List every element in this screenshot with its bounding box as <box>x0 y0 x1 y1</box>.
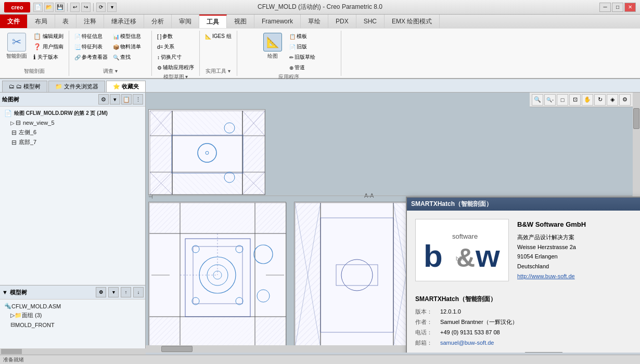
sidebar-tool-settings[interactable]: ⚙ <box>98 94 109 105</box>
user-guide-label: 用户指南 <box>43 43 63 50</box>
settings-button[interactable]: ⚙ <box>619 94 631 106</box>
model-tree-bottom-label: 模型树 <box>10 289 27 296</box>
template-button[interactable]: 📋模板 <box>287 32 317 41</box>
tab-table[interactable]: 表 <box>55 15 76 28</box>
model-info-button[interactable]: 📊模型信息 <box>111 32 148 41</box>
smart-section-button[interactable]: ✂ 智能剖面 <box>3 32 30 61</box>
about-version-button[interactable]: ℹ 关于版本 <box>31 53 66 62</box>
sidebar-bottom: ▼ 模型树 ⚙ ▾ ↑ ↓ 🔩 CFLW_MOLD.ASM ▷ 📁 面组 (3) <box>0 285 146 353</box>
tab-analysis[interactable]: 分析 <box>144 15 172 28</box>
sidebar-bottom-header: ▼ 模型树 ⚙ ▾ ↑ ↓ <box>0 285 146 300</box>
tree-cflw-asm[interactable]: 🔩 CFLW_MOLD.ASM <box>2 302 144 310</box>
sidebar-scrollbar[interactable] <box>0 348 146 353</box>
titlebar: creo 📄 📂 💾 ↩ ↪ ⟳ ▾ CFLW_MOLD (活动的) - Cre… <box>0 0 640 15</box>
params-button[interactable]: [ ]参数 <box>155 32 175 41</box>
bottom-tool-expand[interactable]: ▾ <box>108 287 119 297</box>
zoom-fit-all-button[interactable]: ⊡ <box>569 94 581 106</box>
nav-tab-folder-browser[interactable]: 📁 文件夹浏览器 <box>48 81 105 92</box>
tree-item-new-view[interactable]: ▷ ⊟ new_view_5 <box>2 118 143 127</box>
tab-view[interactable]: 视图 <box>227 15 254 28</box>
main-area: 绘图树 ⚙ ▾ 📋 ⋮ 📄 绘图 CFLW_MOLD.DRW 的第 2 页 (J… <box>0 93 640 353</box>
maximize-button[interactable]: □ <box>612 3 623 12</box>
legacy-sketch-button[interactable]: ✏旧版草绘 <box>287 53 317 62</box>
star-icon: ⭐ <box>113 83 120 89</box>
zoom-in-button[interactable]: 🔍 <box>532 94 543 106</box>
bom-button[interactable]: 📦物料清单 <box>111 42 148 51</box>
redo-button[interactable]: ↪ <box>81 3 91 12</box>
tree-mold-front[interactable]: ⊟ MOLD_FRONT <box>2 320 144 329</box>
edit-rules-label: 编辑规则 <box>43 33 63 40</box>
email-row: 邮箱： samuel@buw-soft.de <box>415 338 640 348</box>
group-smart-section-label: 智能剖面 <box>24 68 45 75</box>
pan-button[interactable]: ✋ <box>582 94 593 106</box>
view-icon-1: ⊟ <box>11 129 17 136</box>
nav-tab-favorites[interactable]: ⭐ 收藏夹 <box>106 81 146 92</box>
tree-cflw-label: CFLW_MOLD.ASM <box>11 303 61 309</box>
website: http://www.buw-soft.de <box>517 271 640 281</box>
open-button[interactable]: 📂 <box>44 3 54 12</box>
zoom-out-button[interactable]: 🔍- <box>544 94 556 106</box>
sidebar-tool-copy[interactable]: 📋 <box>121 94 132 105</box>
switch-dims-button[interactable]: ↕切换尺寸 <box>155 53 184 62</box>
tab-review[interactable]: 审阅 <box>172 15 199 28</box>
bottom-tool-scroll-down[interactable]: ↓ <box>133 287 144 297</box>
about-bottom-info: SMARTXHatch（智能剖面） 版本： 12.0.1.0 作者： Samue… <box>407 290 640 353</box>
email-value: samuel@buw-soft.de <box>440 338 494 348</box>
regen-button[interactable]: ⟳ <box>96 3 106 12</box>
confirm-button[interactable]: 确定 <box>524 352 563 353</box>
svg-rect-10 <box>172 173 242 194</box>
tab-heritage[interactable]: 继承迁移 <box>104 15 144 28</box>
user-guide-button[interactable]: ❓ 用户指南 <box>31 42 66 51</box>
tab-emx[interactable]: EMX 绘图模式 <box>385 15 440 28</box>
ref-viewer-button[interactable]: 🔗参考查看器 <box>72 53 110 62</box>
tab-pdx[interactable]: PDX <box>328 15 356 28</box>
tab-file[interactable]: 文件 <box>0 15 28 28</box>
close-button[interactable]: ✕ <box>624 3 636 12</box>
about-info: B&W Software GmbH 高效产品设计解决方案 Weisse Herz… <box>517 219 640 281</box>
sidebar-tool-expand[interactable]: ▾ <box>110 94 120 105</box>
tree-item-bottom-7[interactable]: ⊟ 底部_7 <box>2 137 143 147</box>
sidebar-toolbar: 绘图树 ⚙ ▾ 📋 ⋮ <box>0 93 145 107</box>
tree-item-left-6[interactable]: ⊟ 左侧_6 <box>2 127 143 137</box>
new-button[interactable]: 📄 <box>33 3 43 12</box>
edit-rules-button[interactable]: 📋 编辑规则 <box>31 32 66 41</box>
display-style-button[interactable]: ◈ <box>607 94 618 106</box>
window-title: CFLW_MOLD (活动的) - Creo Parametric 8.0 <box>258 3 382 11</box>
version-row: 版本： 12.0.1.0 <box>415 307 640 317</box>
sidebar: 绘图树 ⚙ ▾ 📋 ⋮ 📄 绘图 CFLW_MOLD.DRW 的第 2 页 (J… <box>0 93 146 353</box>
drawing-button[interactable]: 📐 绘图 <box>260 32 285 61</box>
bottom-tool-settings[interactable]: ⚙ <box>96 287 106 297</box>
undo-button[interactable]: ↩ <box>70 3 80 12</box>
tree-face-group[interactable]: ▷ 📁 面组 (3) <box>2 310 144 320</box>
tab-framework[interactable]: Framework <box>254 15 301 28</box>
iges-group-button[interactable]: 📐IGES 组 <box>203 32 234 41</box>
phone-value: +49 (0) 9131 533 87 08 <box>440 328 500 338</box>
asm-icon: 🔩 <box>4 303 11 309</box>
legacy-button[interactable]: 📄旧版 <box>287 42 317 51</box>
group-applications-label: 应用程序 <box>278 73 299 81</box>
rotate-button[interactable]: ↻ <box>594 94 606 106</box>
tab-shc[interactable]: SHC <box>356 15 385 28</box>
feature-list-button[interactable]: 📃特征列表 <box>72 42 110 51</box>
tab-sketch[interactable]: 草绘 <box>301 15 328 28</box>
save-button[interactable]: 💾 <box>55 3 65 12</box>
tree-left-label: 左侧_6 <box>19 128 36 136</box>
sidebar-tool-more[interactable]: ⋮ <box>133 94 143 105</box>
tree-item-drawing[interactable]: 📄 绘图 CFLW_MOLD.DRW 的第 2 页 (JM) <box>2 109 143 118</box>
tab-layout[interactable]: 布局 <box>28 15 55 28</box>
feature-info-button[interactable]: 📄特征信息 <box>72 32 110 41</box>
nav-tab-model-tree[interactable]: 🗂 🗂 模型树 <box>2 81 47 92</box>
find-button[interactable]: 🔍查找 <box>111 53 148 62</box>
relations-button[interactable]: d=关系 <box>155 42 176 51</box>
aux-app-button[interactable]: ⚙辅助应用程序 <box>155 63 196 72</box>
bottom-tool-scroll-up[interactable]: ↑ <box>121 287 131 297</box>
tab-annotation[interactable]: 注释 <box>76 15 104 28</box>
minimize-button[interactable]: ─ <box>599 3 611 12</box>
tab-tools[interactable]: 工具 <box>199 15 227 28</box>
more-button[interactable]: ▾ <box>107 3 117 12</box>
group-applications: 📐 绘图 📋模板 📄旧版 ✏旧版草绘 ⊕管道 <box>237 31 341 76</box>
about-dialog: SMARTXHatch（智能剖面） ✕ software b & w b&w <box>406 197 640 353</box>
group-investigate: 📄特征信息 📊模型信息 📃特征列表 📦物料清单 🔗参考查看器 🔍查找 <box>69 31 152 76</box>
pipe-button[interactable]: ⊕管道 <box>287 63 317 72</box>
zoom-fit-button[interactable]: □ <box>557 94 568 106</box>
